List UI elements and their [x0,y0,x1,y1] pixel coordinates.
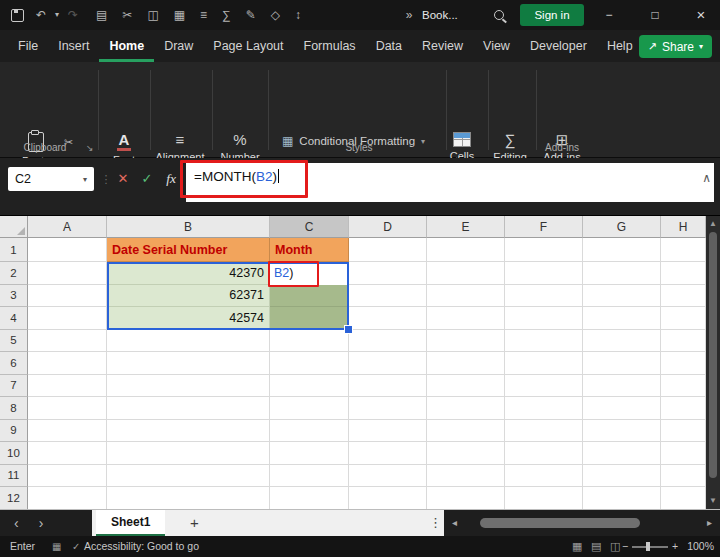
cell-D4[interactable] [349,307,427,330]
cell-F12[interactable] [505,487,583,509]
tab-page-layout[interactable]: Page Layout [203,30,293,62]
tab-formulas[interactable]: Formulas [294,30,366,62]
cell-F6[interactable] [505,352,583,375]
zoom-level[interactable]: 100% [684,536,714,557]
cell-E9[interactable] [427,420,505,443]
save-icon[interactable] [11,9,24,22]
cell-B9[interactable] [107,420,270,443]
cell-A11[interactable] [28,465,107,488]
cell-C5[interactable] [270,330,349,353]
cell-B12[interactable] [107,487,270,509]
tab-developer[interactable]: Developer [520,30,597,62]
cell-H7[interactable] [661,375,706,398]
toolbar-overflow-icon[interactable]: » [400,0,418,30]
insert-function-icon[interactable]: fx [162,167,180,191]
sort-icon[interactable]: ↕ [295,8,301,22]
cell-H4[interactable] [661,307,706,330]
cell-D8[interactable] [349,397,427,420]
row-header-4[interactable]: 4 [0,307,28,330]
cell-E6[interactable] [427,352,505,375]
cell-G1[interactable] [583,238,661,262]
table-icon[interactable]: ▦ [174,8,185,22]
clipboard-dialog-launcher-icon[interactable]: ↘ [86,143,94,153]
cell-D10[interactable] [349,442,427,465]
macro-record-icon[interactable]: ▦ [52,536,61,557]
cell-B2[interactable]: 42370 [107,262,270,285]
cell-D11[interactable] [349,465,427,488]
autosum-icon[interactable]: ∑ [222,8,231,22]
zoom-in-icon[interactable]: + [672,536,678,557]
cell-H8[interactable] [661,397,706,420]
column-header-G[interactable]: G [583,216,661,238]
shapes-icon[interactable]: ◇ [271,8,280,22]
row-header-11[interactable]: 11 [0,465,28,488]
tab-view[interactable]: View [473,30,520,62]
tab-data[interactable]: Data [366,30,412,62]
column-header-F[interactable]: F [505,216,583,238]
scroll-left-icon[interactable]: ◂ [452,510,457,536]
cell-E3[interactable] [427,285,505,308]
cell-E11[interactable] [427,465,505,488]
collapse-formula-bar-icon[interactable]: ∧ [702,171,711,185]
maximize-button[interactable]: □ [644,0,666,30]
cell-A6[interactable] [28,352,107,375]
row-header-12[interactable]: 12 [0,487,28,509]
workbook-name[interactable]: Book... [422,0,458,30]
fill-handle[interactable] [344,325,353,334]
cell-C1[interactable]: Month [270,238,349,262]
cell-D1[interactable] [349,238,427,262]
row-header-8[interactable]: 8 [0,397,28,420]
cell-E8[interactable] [427,397,505,420]
cell-F3[interactable] [505,285,583,308]
next-sheet-icon[interactable]: › [39,515,44,531]
close-button[interactable]: × [690,0,712,30]
enter-icon[interactable]: ✓ [138,167,156,191]
cell-B7[interactable] [107,375,270,398]
cell-G7[interactable] [583,375,661,398]
horizontal-scrollbar[interactable]: ◂ ▸ [444,510,720,536]
cell-H6[interactable] [661,352,706,375]
cell-B10[interactable] [107,442,270,465]
cell-D3[interactable] [349,285,427,308]
share-button[interactable]: ↗ Share ▾ [639,35,712,58]
sheet-options-icon[interactable]: ⋮ [429,510,442,536]
normal-view-icon[interactable]: ▦ [572,536,582,557]
cell-G10[interactable] [583,442,661,465]
page-layout-view-icon[interactable]: ▤ [591,536,601,557]
row-header-7[interactable]: 7 [0,375,28,398]
sign-in-button[interactable]: Sign in [520,4,584,26]
column-header-D[interactable]: D [349,216,427,238]
cell-G9[interactable] [583,420,661,443]
row-header-5[interactable]: 5 [0,330,28,353]
cell-F7[interactable] [505,375,583,398]
tab-help[interactable]: Help [597,30,643,62]
cell-G5[interactable] [583,330,661,353]
row-header-10[interactable]: 10 [0,442,28,465]
cell-E7[interactable] [427,375,505,398]
select-all-button[interactable] [0,216,28,238]
cell-A8[interactable] [28,397,107,420]
cell-F5[interactable] [505,330,583,353]
formula-input[interactable]: =MONTH(B2) [186,163,714,202]
cell-F4[interactable] [505,307,583,330]
row-header-9[interactable]: 9 [0,420,28,443]
cell-F8[interactable] [505,397,583,420]
cell-G4[interactable] [583,307,661,330]
cell-C2[interactable]: B2) [270,262,349,285]
align-icon[interactable]: ≡ [200,8,207,22]
vertical-scrollbar-thumb[interactable] [709,232,717,478]
cell-B1[interactable]: Date Serial Number [107,238,270,262]
cell-B5[interactable] [107,330,270,353]
cell-G8[interactable] [583,397,661,420]
cell-B3[interactable]: 62371 [107,285,270,308]
tab-review[interactable]: Review [412,30,473,62]
cell-A5[interactable] [28,330,107,353]
column-header-H[interactable]: H [661,216,706,238]
cell-A7[interactable] [28,375,107,398]
name-box[interactable]: C2 ▾ [8,167,94,191]
zoom-slider[interactable] [632,546,668,548]
cell-F2[interactable] [505,262,583,285]
tab-insert[interactable]: Insert [48,30,99,62]
cell-H12[interactable] [661,487,706,509]
sheet-tab-sheet1[interactable]: Sheet1 [96,510,165,536]
